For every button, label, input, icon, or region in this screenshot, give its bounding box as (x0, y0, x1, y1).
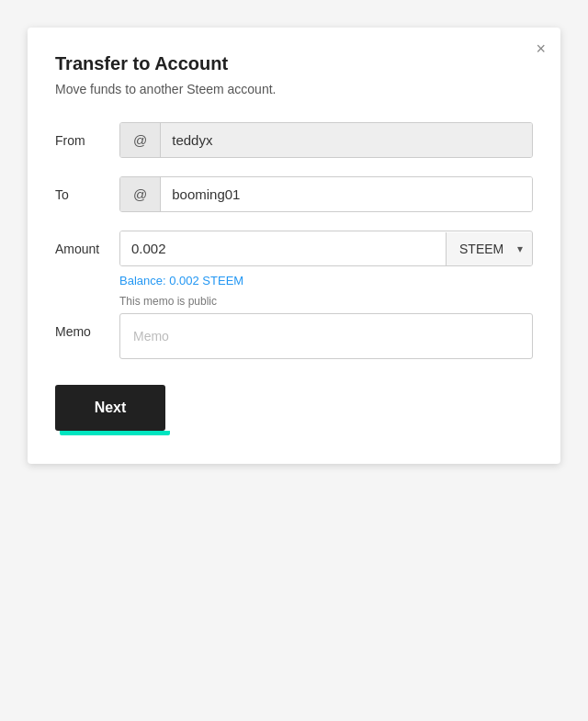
from-input-wrapper: @ (119, 122, 533, 158)
memo-public-note: This memo is public (55, 295, 533, 308)
transfer-dialog: × Transfer to Account Move funds to anot… (28, 28, 560, 464)
amount-input-wrapper: STEEM SBD (119, 231, 533, 266)
dialog-subtitle: Move funds to another Steem account. (55, 82, 533, 96)
to-label: To (55, 187, 119, 202)
from-row: From @ (55, 122, 533, 158)
balance-link[interactable]: Balance: 0.002 STEEM (119, 274, 533, 287)
amount-right: STEEM SBD Balance: 0.002 STEEM (119, 231, 533, 287)
dialog-title: Transfer to Account (55, 53, 533, 74)
to-at-prefix: @ (120, 177, 161, 211)
memo-row: Memo (55, 313, 533, 359)
amount-input[interactable] (120, 231, 446, 265)
from-at-prefix: @ (120, 123, 161, 157)
amount-label: Amount (55, 231, 119, 256)
amount-row: Amount STEEM SBD Balance: 0.002 STEEM (55, 231, 533, 287)
close-button[interactable]: × (536, 40, 546, 57)
to-row: To @ (55, 176, 533, 212)
from-label: From (55, 133, 119, 148)
backdrop: × Transfer to Account Move funds to anot… (0, 0, 588, 721)
currency-select-wrapper: STEEM SBD (446, 231, 532, 265)
currency-select[interactable]: STEEM SBD (446, 232, 532, 265)
from-input[interactable] (161, 123, 532, 157)
memo-input[interactable] (119, 313, 533, 359)
to-input-wrapper: @ (119, 176, 533, 212)
to-input[interactable] (161, 177, 532, 211)
next-button[interactable]: Next (55, 385, 165, 431)
memo-label: Memo (55, 313, 119, 339)
